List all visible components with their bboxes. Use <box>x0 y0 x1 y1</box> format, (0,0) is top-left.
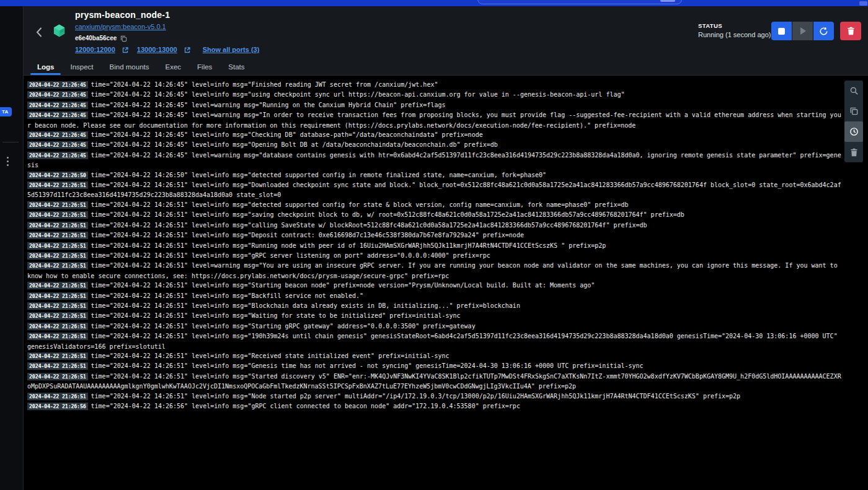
status-label: STATUS <box>698 22 771 29</box>
log-message: time="2024-04-22 14:26:45" level=info ms… <box>91 81 438 88</box>
log-message: time="2024-04-22 14:26:51" level=info ms… <box>91 252 490 259</box>
tab-inspect[interactable]: Inspect <box>62 58 101 75</box>
beta-badge: TA <box>0 107 12 116</box>
log-timestamp: 2024-04-22 21:26:51 <box>27 232 88 239</box>
external-link-icon[interactable] <box>122 47 128 53</box>
back-button[interactable] <box>34 25 44 40</box>
restart-icon <box>819 27 828 36</box>
log-message: time="2024-04-22 14:26:51" level=info ms… <box>91 292 364 299</box>
clock-icon <box>849 127 859 136</box>
left-sidebar: TA <box>0 6 24 490</box>
log-line: 2024-04-22 21:26:45time="2024-04-22 14:2… <box>27 100 843 110</box>
tab-exec[interactable]: Exec <box>157 58 190 75</box>
log-timestamp: 2024-04-22 21:26:45 <box>27 152 88 159</box>
tab-bind-mounts[interactable]: Bind mounts <box>102 58 157 75</box>
external-link-icon[interactable] <box>184 47 190 53</box>
log-message: time="2024-04-22 14:26:51" level=warning… <box>27 262 838 279</box>
log-message: time="2024-04-22 14:26:45" level=warning… <box>27 112 841 128</box>
log-timestamps-button[interactable] <box>844 121 863 142</box>
log-line: 2024-04-22 21:26:51time="2024-04-22 14:2… <box>27 261 843 281</box>
log-message: time="2024-04-22 14:26:51" level=info ms… <box>27 373 841 390</box>
log-timestamp: 2024-04-22 21:26:51 <box>27 252 88 260</box>
log-message: time="2024-04-22 14:26:45" level=info ms… <box>91 141 498 148</box>
global-search-bar[interactable] <box>477 0 682 4</box>
log-message: time="2024-04-22 14:26:51" level=info ms… <box>91 232 524 238</box>
log-line: 2024-04-22 21:26:45time="2024-04-22 14:2… <box>27 140 843 150</box>
log-timestamp: 2024-04-22 21:26:51 <box>27 393 88 400</box>
tab-files[interactable]: Files <box>189 58 220 75</box>
log-message: time="2024-04-22 14:26:51" level=info ms… <box>91 352 450 359</box>
status-value: Running (1 second ago) <box>698 31 771 38</box>
log-timestamp: 2024-04-22 21:26:51 <box>27 362 88 370</box>
log-message: time="2024-04-22 14:26:51" level=info ms… <box>91 323 476 330</box>
tab-stats[interactable]: Stats <box>220 58 252 75</box>
log-message: time="2024-04-22 14:26:51" level=info ms… <box>91 242 606 249</box>
sidebar-menu-icon[interactable] <box>7 157 9 166</box>
chevron-left-icon <box>36 27 42 37</box>
log-line: 2024-04-22 21:26:51time="2024-04-22 14:2… <box>27 392 843 401</box>
log-message: time="2024-04-22 14:26:51" level=info ms… <box>27 333 838 349</box>
container-action-buttons <box>771 22 834 40</box>
log-clear-button[interactable] <box>844 142 863 162</box>
start-button[interactable] <box>792 22 813 40</box>
log-timestamp: 2024-04-22 21:26:51 <box>27 182 88 189</box>
stop-icon <box>778 28 785 35</box>
log-message: time="2024-04-22 14:26:51" level=info ms… <box>27 182 841 198</box>
log-line: 2024-04-22 21:26:51time="2024-04-22 14:2… <box>27 351 843 361</box>
log-line: 2024-04-22 21:26:51time="2024-04-22 14:2… <box>27 281 843 291</box>
log-line: 2024-04-22 21:26:51time="2024-04-22 14:2… <box>27 322 843 331</box>
log-panel: 2024-04-22 21:26:45time="2024-04-22 14:2… <box>24 76 868 490</box>
port-link-13000[interactable]: 13000:13000 <box>137 46 177 54</box>
log-copy-button[interactable] <box>844 101 863 121</box>
log-toolbar <box>844 81 863 162</box>
log-timestamp: 2024-04-22 21:26:51 <box>27 242 88 250</box>
show-all-ports-link[interactable]: Show all ports (3) <box>203 46 260 54</box>
copy-id-button[interactable] <box>120 35 127 42</box>
titlebar-control[interactable] <box>859 1 867 6</box>
container-header: prysm-beacon_node-1 canxium/prysm:beacon… <box>24 6 868 58</box>
log-timestamp: 2024-04-22 21:26:51 <box>27 373 88 380</box>
restart-button[interactable] <box>813 22 834 40</box>
tab-logs[interactable]: Logs <box>29 58 62 75</box>
log-timestamp: 2024-04-22 21:26:51 <box>27 262 88 269</box>
log-line: 2024-04-22 21:26:45time="2024-04-22 14:2… <box>27 110 843 130</box>
log-timestamp: 2024-04-22 21:26:45 <box>27 91 88 98</box>
copy-icon <box>120 35 127 42</box>
stop-button[interactable] <box>771 22 792 40</box>
log-timestamp: 2024-04-22 21:26:51 <box>27 222 88 229</box>
log-timestamp: 2024-04-22 21:26:45 <box>27 141 88 149</box>
log-line: 2024-04-22 21:26:51time="2024-04-22 14:2… <box>27 301 843 311</box>
log-message: time="2024-04-22 14:26:51" level=info ms… <box>91 393 741 400</box>
log-line: 2024-04-22 21:26:45time="2024-04-22 14:2… <box>27 90 843 100</box>
log-message: time="2024-04-22 14:26:51" level=info ms… <box>91 222 647 229</box>
container-cube-icon <box>52 24 66 38</box>
log-timestamp: 2024-04-22 21:26:51 <box>27 312 88 320</box>
log-message: time="2024-04-22 14:26:51" level=info ms… <box>91 302 520 309</box>
log-timestamp: 2024-04-22 21:26:56 <box>27 403 88 410</box>
log-message: time="2024-04-22 14:26:45" level=info ms… <box>91 131 483 138</box>
log-timestamp: 2024-04-22 21:26:51 <box>27 292 88 300</box>
log-message: time="2024-04-22 14:26:45" level=warning… <box>27 152 841 168</box>
log-timestamp: 2024-04-22 21:26:51 <box>27 211 88 219</box>
log-message: time="2024-04-22 14:26:51" level=info ms… <box>91 312 461 319</box>
log-timestamp: 2024-04-22 21:26:45 <box>27 112 88 119</box>
log-line: 2024-04-22 21:26:51time="2024-04-22 14:2… <box>27 210 843 220</box>
log-line: 2024-04-22 21:26:51time="2024-04-22 14:2… <box>27 230 843 240</box>
delete-button[interactable] <box>840 22 861 40</box>
log-timestamp: 2024-04-22 21:26:45 <box>27 81 88 89</box>
image-link[interactable]: canxium/prysm:beacon-v5.0.1 <box>75 23 166 31</box>
log-message: time="2024-04-22 14:26:51" level=info ms… <box>91 362 644 369</box>
log-line: 2024-04-22 21:26:51time="2024-04-22 14:2… <box>27 291 843 301</box>
log-line: 2024-04-22 21:26:51time="2024-04-22 14:2… <box>27 311 843 321</box>
sidebar-divider <box>2 142 19 142</box>
log-message: time="2024-04-22 14:26:51" level=info ms… <box>91 211 684 218</box>
play-icon <box>800 27 806 35</box>
log-line: 2024-04-22 21:26:45time="2024-04-22 14:2… <box>27 130 843 140</box>
log-output[interactable]: 2024-04-22 21:26:45time="2024-04-22 14:2… <box>24 76 868 411</box>
log-timestamp: 2024-04-22 21:26:45 <box>27 131 88 139</box>
log-timestamp: 2024-04-22 21:26:51 <box>27 282 88 289</box>
log-search-button[interactable] <box>844 81 863 101</box>
container-id: e6e40ba56cee <box>75 35 117 42</box>
port-link-12000[interactable]: 12000:12000 <box>75 46 115 54</box>
window-titlebar <box>0 0 868 6</box>
